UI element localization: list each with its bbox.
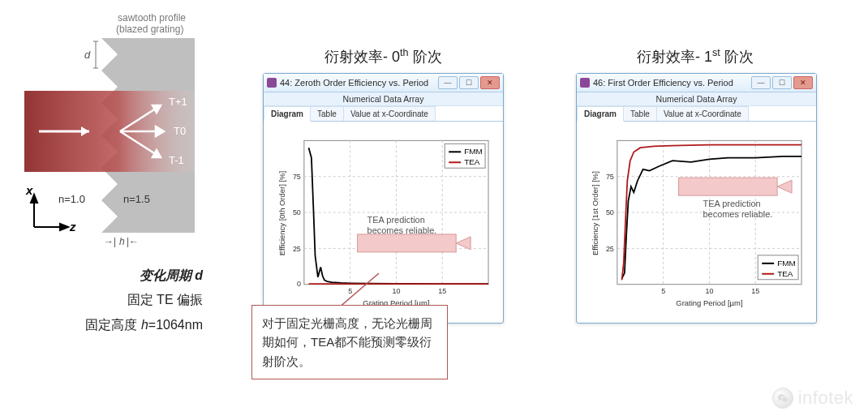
chart-legend: FMM TEA [445,144,485,168]
wechat-icon [772,388,793,409]
svg-text:Efficiency [0th Order] [%]: Efficiency [0th Order] [%] [277,171,286,255]
svg-text:TEA prediction: TEA prediction [367,215,425,225]
svg-text:5: 5 [661,287,665,295]
svg-text:TEA prediction: TEA prediction [703,199,760,208]
tab-value-at-x[interactable]: Value at x-Coordinate [656,106,749,121]
window-title: 46: First Order Efficiency vs. Period [593,78,751,88]
svg-text:z: z [69,220,76,234]
svg-text:h: h [119,236,125,247]
window-titlebar[interactable]: 46: First Order Efficiency vs. Period — … [577,74,816,92]
window-titlebar[interactable]: 44: Zeroth Order Efficiency vs. Period —… [264,74,503,92]
window-subtitle: Numerical Data Array [577,92,816,106]
app-icon [580,78,590,88]
tab-table[interactable]: Table [310,106,344,121]
chart-legend: FMM TEA [758,255,798,280]
svg-text:n=1.5: n=1.5 [123,193,150,205]
grating-svg: T+1 T0 T-1 sawtooth profile (blazed grat… [24,10,211,249]
svg-text:75: 75 [293,173,301,181]
maximize-button[interactable]: ☐ [772,76,792,89]
svg-text:→|: →| [104,236,116,247]
svg-rect-50 [358,234,457,252]
close-button[interactable]: ✕ [793,76,813,89]
svg-text:becomes reliable.: becomes reliable. [367,225,437,235]
watermark: infotek [772,388,853,409]
svg-text:T+1: T+1 [169,96,187,108]
figure-title-0th: 衍射效率- 0th 阶次 [324,47,442,66]
tab-value-at-x[interactable]: Value at x-Coordinate [343,106,436,121]
svg-text:10: 10 [705,287,713,295]
grating-diagram: T+1 T0 T-1 sawtooth profile (blazed grat… [24,10,227,337]
svg-text:0: 0 [297,280,301,288]
chart-zeroth: 025 5075 51015 Efficiency [0th Order] [%… [270,128,496,315]
svg-text:5: 5 [348,287,352,295]
svg-marker-75 [777,180,792,193]
svg-text:25: 25 [293,245,301,253]
svg-marker-51 [456,237,471,250]
svg-text:15: 15 [438,287,446,295]
svg-text:50: 50 [293,208,301,216]
chart-first: 255075 51015 Efficiency [1st Order] [%] … [583,128,810,315]
figure-title-1st: 衍射效率- 1st 阶次 [637,47,754,66]
svg-text:x: x [25,183,33,197]
svg-text:T0: T0 [174,125,186,137]
callout-box: 对于固定光栅高度，无论光栅周期如何，TEA都不能预测零级衍射阶次。 [251,305,448,379]
svg-text:FMM: FMM [777,259,796,268]
minimize-button[interactable]: — [751,76,771,89]
diagram-caption: 变化周期 d 固定 TE 偏振 固定高度 h=1064nm [24,264,227,337]
close-button[interactable]: ✕ [480,76,500,89]
svg-text:15: 15 [751,287,759,295]
minimize-button[interactable]: — [438,76,458,89]
svg-text:25: 25 [606,245,614,253]
svg-text:50: 50 [606,208,614,216]
svg-text:(blazed grating): (blazed grating) [116,24,183,35]
svg-text:75: 75 [606,173,614,181]
svg-text:Efficiency [1st Order] [%]: Efficiency [1st Order] [%] [591,171,599,255]
svg-text:sawtooth profile: sawtooth profile [118,12,186,24]
svg-rect-74 [679,178,778,195]
window-tabs: Diagram Table Value at x-Coordinate [577,106,816,122]
window-tabs: Diagram Table Value at x-Coordinate [264,106,503,122]
app-icon [267,78,277,88]
tab-diagram[interactable]: Diagram [577,106,624,122]
svg-text:d: d [84,49,91,61]
svg-text:TEA: TEA [464,157,480,166]
svg-marker-26 [60,224,68,230]
maximize-button[interactable]: ☐ [459,76,479,89]
svg-text:FMM: FMM [464,147,483,156]
svg-text:Grating Period [µm]: Grating Period [µm] [676,298,742,307]
window-subtitle: Numerical Data Array [264,92,503,106]
window-first-order: 46: First Order Efficiency vs. Period — … [576,73,817,324]
window-title: 44: Zeroth Order Efficiency vs. Period [280,78,438,88]
svg-text:|←: |← [127,236,139,247]
svg-text:10: 10 [392,287,400,295]
window-zeroth-order: 44: Zeroth Order Efficiency vs. Period —… [263,73,504,324]
svg-text:n=1.0: n=1.0 [58,193,85,205]
tab-table[interactable]: Table [623,106,657,121]
svg-text:T-1: T-1 [169,154,184,166]
svg-text:TEA: TEA [777,269,793,278]
svg-text:becomes reliable.: becomes reliable. [703,209,772,219]
tab-diagram[interactable]: Diagram [264,106,311,122]
